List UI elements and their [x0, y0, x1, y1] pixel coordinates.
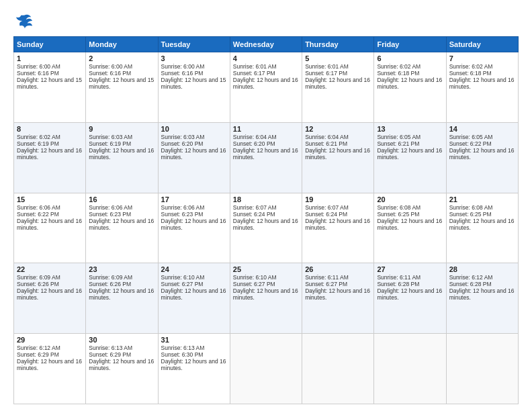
- page: SundayMondayTuesdayWednesdayThursdayFrid…: [0, 0, 532, 411]
- calendar-cell: 27Sunrise: 6:11 AMSunset: 6:28 PMDayligh…: [374, 263, 446, 334]
- daylight-text: Daylight: 12 hours and 16 minutes.: [449, 218, 515, 231]
- calendar-cell: 7Sunrise: 6:02 AMSunset: 6:18 PMDaylight…: [446, 52, 518, 123]
- day-number: 6: [377, 54, 443, 62]
- sunrise-text: Sunrise: 6:03 AM: [161, 134, 205, 140]
- sunrise-text: Sunrise: 6:01 AM: [305, 63, 349, 70]
- calendar-cell: [446, 334, 518, 404]
- sunset-text: Sunset: 6:29 PM: [17, 351, 59, 358]
- sunset-text: Sunset: 6:18 PM: [449, 70, 492, 77]
- sunrise-text: Sunrise: 6:13 AM: [161, 345, 205, 351]
- calendar-cell: [302, 334, 374, 404]
- sunset-text: Sunset: 6:27 PM: [233, 281, 275, 287]
- calendar-cell: 31Sunrise: 6:13 AMSunset: 6:30 PMDayligh…: [158, 334, 230, 404]
- day-number: 22: [17, 265, 83, 273]
- sunset-text: Sunset: 6:27 PM: [161, 281, 204, 287]
- daylight-text: Daylight: 12 hours and 16 minutes.: [161, 287, 226, 301]
- calendar-cell: 22Sunrise: 6:09 AMSunset: 6:26 PMDayligh…: [14, 263, 86, 334]
- week-row-2: 8Sunrise: 6:02 AMSunset: 6:19 PMDaylight…: [14, 122, 519, 193]
- calendar-cell: 26Sunrise: 6:11 AMSunset: 6:27 PMDayligh…: [302, 263, 374, 334]
- daylight-text: Daylight: 12 hours and 16 minutes.: [449, 77, 515, 90]
- sunrise-text: Sunrise: 6:03 AM: [89, 134, 132, 140]
- daylight-text: Daylight: 12 hours and 15 minutes.: [17, 77, 82, 90]
- sunrise-text: Sunrise: 6:07 AM: [305, 204, 349, 211]
- sunrise-text: Sunrise: 6:04 AM: [305, 134, 349, 140]
- sunrise-text: Sunrise: 6:02 AM: [449, 63, 493, 70]
- sunset-text: Sunset: 6:28 PM: [377, 281, 419, 287]
- sunset-text: Sunset: 6:28 PM: [449, 281, 492, 287]
- day-number: 24: [161, 265, 227, 273]
- sunset-text: Sunset: 6:22 PM: [449, 140, 492, 147]
- day-number: 8: [17, 125, 83, 133]
- daylight-text: Daylight: 12 hours and 16 minutes.: [161, 218, 226, 231]
- daylight-text: Daylight: 12 hours and 16 minutes.: [233, 287, 298, 301]
- sunrise-text: Sunrise: 6:11 AM: [377, 274, 420, 281]
- sunrise-text: Sunrise: 6:06 AM: [89, 204, 132, 211]
- daylight-text: Daylight: 12 hours and 16 minutes.: [377, 218, 442, 231]
- sunrise-text: Sunrise: 6:06 AM: [161, 204, 205, 211]
- daylight-text: Daylight: 12 hours and 16 minutes.: [377, 287, 442, 301]
- daylight-text: Daylight: 12 hours and 16 minutes.: [17, 358, 82, 371]
- sunset-text: Sunset: 6:25 PM: [449, 211, 492, 218]
- sunset-text: Sunset: 6:20 PM: [161, 140, 204, 147]
- sunset-text: Sunset: 6:19 PM: [89, 140, 131, 147]
- col-header-tuesday: Tuesday: [158, 37, 230, 52]
- sunrise-text: Sunrise: 6:11 AM: [305, 274, 349, 281]
- calendar-cell: 9Sunrise: 6:03 AMSunset: 6:19 PMDaylight…: [86, 122, 158, 193]
- sunset-text: Sunset: 6:29 PM: [89, 351, 131, 358]
- calendar-cell: 4Sunrise: 6:01 AMSunset: 6:17 PMDaylight…: [230, 52, 302, 123]
- sunrise-text: Sunrise: 6:13 AM: [89, 345, 132, 351]
- logo-bird-icon: [15, 12, 34, 31]
- day-number: 5: [305, 54, 371, 62]
- sunrise-text: Sunrise: 6:12 AM: [17, 345, 60, 351]
- sunrise-text: Sunrise: 6:09 AM: [17, 274, 60, 281]
- week-row-5: 29Sunrise: 6:12 AMSunset: 6:29 PMDayligh…: [14, 334, 519, 404]
- daylight-text: Daylight: 12 hours and 16 minutes.: [17, 287, 82, 301]
- calendar-cell: 20Sunrise: 6:08 AMSunset: 6:25 PMDayligh…: [374, 193, 446, 263]
- day-number: 14: [449, 125, 515, 133]
- day-number: 17: [161, 195, 227, 203]
- daylight-text: Daylight: 12 hours and 16 minutes.: [305, 77, 370, 90]
- day-number: 26: [305, 265, 371, 273]
- calendar-header-row: SundayMondayTuesdayWednesdayThursdayFrid…: [14, 37, 519, 52]
- day-number: 20: [377, 195, 443, 203]
- sunset-text: Sunset: 6:30 PM: [161, 351, 204, 358]
- sunrise-text: Sunrise: 6:05 AM: [377, 134, 420, 140]
- day-number: 4: [233, 54, 299, 62]
- calendar-cell: [230, 334, 302, 404]
- day-number: 29: [17, 336, 83, 344]
- calendar-cell: 3Sunrise: 6:00 AMSunset: 6:16 PMDaylight…: [158, 52, 230, 123]
- calendar-cell: 28Sunrise: 6:12 AMSunset: 6:28 PMDayligh…: [446, 263, 518, 334]
- week-row-4: 22Sunrise: 6:09 AMSunset: 6:26 PMDayligh…: [14, 263, 519, 334]
- sunset-text: Sunset: 6:26 PM: [89, 281, 131, 287]
- calendar-cell: 6Sunrise: 6:02 AMSunset: 6:18 PMDaylight…: [374, 52, 446, 123]
- calendar-cell: 24Sunrise: 6:10 AMSunset: 6:27 PMDayligh…: [158, 263, 230, 334]
- sunrise-text: Sunrise: 6:10 AM: [161, 274, 205, 281]
- day-number: 13: [377, 125, 443, 133]
- daylight-text: Daylight: 12 hours and 16 minutes.: [17, 218, 82, 231]
- sunset-text: Sunset: 6:26 PM: [17, 281, 59, 287]
- day-number: 23: [89, 265, 154, 273]
- sunset-text: Sunset: 6:17 PM: [233, 70, 275, 77]
- col-header-thursday: Thursday: [302, 37, 374, 52]
- day-number: 10: [161, 125, 227, 133]
- daylight-text: Daylight: 12 hours and 16 minutes.: [305, 287, 370, 301]
- daylight-text: Daylight: 12 hours and 15 minutes.: [161, 77, 226, 90]
- daylight-text: Daylight: 12 hours and 16 minutes.: [377, 77, 442, 90]
- week-row-1: 1Sunrise: 6:00 AMSunset: 6:16 PMDaylight…: [14, 52, 519, 123]
- col-header-friday: Friday: [374, 37, 446, 52]
- sunset-text: Sunset: 6:17 PM: [305, 70, 347, 77]
- calendar-cell: [374, 334, 446, 404]
- calendar-cell: 12Sunrise: 6:04 AMSunset: 6:21 PMDayligh…: [302, 122, 374, 193]
- calendar-cell: 1Sunrise: 6:00 AMSunset: 6:16 PMDaylight…: [14, 52, 86, 123]
- daylight-text: Daylight: 12 hours and 16 minutes.: [161, 358, 226, 371]
- sunset-text: Sunset: 6:21 PM: [377, 140, 419, 147]
- calendar-cell: 14Sunrise: 6:05 AMSunset: 6:22 PMDayligh…: [446, 122, 518, 193]
- sunrise-text: Sunrise: 6:08 AM: [449, 204, 493, 211]
- sunrise-text: Sunrise: 6:10 AM: [233, 274, 277, 281]
- sunset-text: Sunset: 6:22 PM: [17, 211, 59, 218]
- day-number: 27: [377, 265, 443, 273]
- day-number: 30: [89, 336, 154, 344]
- sunset-text: Sunset: 6:23 PM: [89, 211, 131, 218]
- day-number: 12: [305, 125, 371, 133]
- calendar-cell: 11Sunrise: 6:04 AMSunset: 6:20 PMDayligh…: [230, 122, 302, 193]
